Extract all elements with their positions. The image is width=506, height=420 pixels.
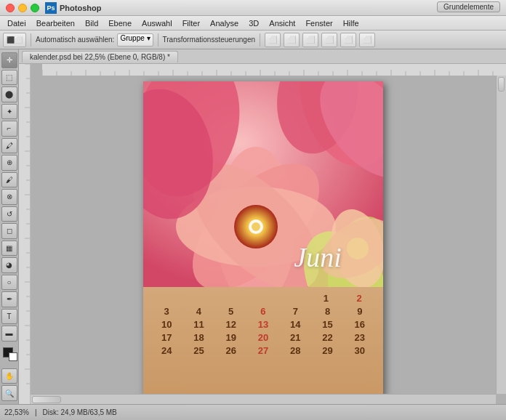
app-icon: Ps [45, 2, 57, 14]
menu-bar: Datei Bearbeiten Bild Ebene Auswahl Filt… [0, 16, 506, 31]
cal-day-13: 13 [252, 319, 274, 330]
scrollbar-bottom-thumb[interactable] [32, 396, 61, 403]
maximize-button[interactable] [31, 4, 39, 12]
menu-analyse[interactable]: Analyse [206, 17, 243, 29]
move-tool-options[interactable]: ⬛⬜ [3, 33, 26, 47]
menu-ebene[interactable]: Ebene [104, 17, 136, 29]
cal-empty: - [156, 293, 177, 304]
align-top-btn[interactable]: ⬜ [321, 33, 337, 47]
svg-rect-24 [42, 64, 506, 76]
group-label: Gruppe [120, 34, 144, 42]
cal-day-15: 15 [317, 319, 339, 330]
color-swatches[interactable] [1, 346, 17, 361]
canvas-area[interactable]: Juni - - - [31, 76, 506, 404]
cal-day-7: 7 [284, 306, 306, 317]
cal-empty: - [188, 293, 209, 304]
healing-tool[interactable]: ⊕ [1, 155, 17, 171]
dodge-tool[interactable]: ○ [1, 275, 17, 291]
traffic-lights [6, 4, 39, 12]
title-bar: Ps Photoshop Grundelemente [0, 0, 506, 16]
cal-day-2: 2 [348, 293, 370, 304]
svg-rect-0 [19, 64, 31, 398]
doc-tab-bar: kalender.psd bei 22,5% (Ebene 0, RGB/8) … [19, 49, 506, 64]
cal-day-6: 6 [252, 306, 274, 317]
cal-day-8: 8 [317, 306, 339, 317]
menu-bearbeiten[interactable]: Bearbeiten [32, 17, 79, 29]
shape-tool[interactable]: ▬ [1, 326, 17, 342]
cal-day-12: 12 [220, 319, 242, 330]
cal-day-25: 25 [188, 345, 209, 356]
toolbar-separator-2 [158, 33, 158, 47]
cal-day-28: 28 [284, 345, 306, 356]
magic-wand-tool[interactable]: ✦ [1, 104, 17, 120]
menu-ansicht[interactable]: Ansicht [265, 17, 300, 29]
toolbox: ✛ ⬚ ⬤ ✦ ⌐ 🖍 ⊕ 🖌 ⊗ ↺ ◻ ▦ ◕ ○ ✒ T ▬ ✋ 🔍 [0, 49, 19, 404]
cal-day-4: 4 [188, 306, 209, 317]
cal-day-24: 24 [156, 345, 177, 356]
status-sep: | [35, 408, 37, 416]
minimize-button[interactable] [18, 4, 27, 12]
scrollbar-bottom[interactable] [31, 394, 496, 404]
disk-usage: Disk: 24,9 MB/63,5 MB [43, 408, 117, 416]
cal-day-9: 9 [349, 306, 371, 317]
calendar-grid: - - - - - 1 2 3 [150, 293, 376, 360]
cal-day-16: 16 [349, 319, 371, 330]
marquee-tool[interactable]: ⬚ [1, 70, 17, 86]
menu-3d[interactable]: 3D [244, 17, 263, 29]
calendar-row-1: - - - - - 1 2 [150, 293, 376, 304]
cal-day-1: 1 [315, 293, 337, 304]
menu-bild[interactable]: Bild [81, 17, 103, 29]
cal-day-10: 10 [156, 319, 177, 330]
history-brush[interactable]: ↺ [1, 206, 17, 222]
cal-day-5: 5 [220, 306, 242, 317]
document-tab[interactable]: kalender.psd bei 22,5% (Ebene 0, RGB/8) … [22, 51, 178, 62]
pen-tool[interactable]: ✒ [1, 291, 17, 307]
menu-datei[interactable]: Datei [3, 17, 31, 29]
status-bar: 22,53% | Disk: 24,9 MB/63,5 MB [0, 404, 506, 420]
scrollbar-right[interactable] [496, 76, 506, 394]
zoom-level: 22,53% [4, 408, 29, 416]
auto-label: Automatisch auswählen: [36, 36, 114, 44]
menu-fenster[interactable]: Fenster [301, 17, 337, 29]
align-bottom-btn[interactable]: ⬜ [359, 33, 375, 47]
align-left-btn[interactable]: ⬜ [265, 33, 281, 47]
gradient-tool[interactable]: ▦ [1, 241, 17, 257]
menu-auswahl[interactable]: Auswahl [137, 17, 177, 29]
calendar-row-4: 17 18 19 20 21 22 23 [150, 332, 376, 343]
cal-day-17: 17 [156, 332, 177, 343]
calendar-row-5: 24 25 26 27 28 29 30 [150, 345, 376, 356]
menu-filter[interactable]: Filter [178, 17, 204, 29]
lasso-tool[interactable]: ⬤ [1, 86, 17, 102]
cal-day-11: 11 [188, 319, 209, 330]
align-middle-btn[interactable]: ⬜ [340, 33, 356, 47]
menu-hilfe[interactable]: Hilfe [339, 17, 364, 29]
flower-image: Juni [143, 81, 383, 287]
clone-tool[interactable]: ⊗ [1, 189, 17, 205]
crop-tool[interactable]: ⌐ [1, 121, 17, 137]
hand-tool[interactable]: ✋ [1, 368, 17, 384]
transform-label: Transformationssteuerungen [163, 36, 255, 44]
scrollbar-right-thumb[interactable] [498, 77, 505, 92]
eraser-tool[interactable]: ◻ [1, 223, 17, 239]
eyedropper-tool[interactable]: 🖍 [1, 138, 17, 154]
canvas-region: kalender.psd bei 22,5% (Ebene 0, RGB/8) … [19, 49, 506, 404]
grundelemente-button[interactable]: Grundelemente [437, 1, 500, 12]
close-button[interactable] [6, 4, 15, 12]
text-tool[interactable]: T [1, 309, 17, 325]
background-color[interactable] [9, 352, 17, 361]
cal-day-14: 14 [284, 319, 306, 330]
zoom-tool[interactable]: 🔍 [1, 385, 17, 401]
brush-tool[interactable]: 🖌 [1, 172, 17, 188]
align-center-btn[interactable]: ⬜ [284, 33, 300, 47]
cal-day-18: 18 [188, 332, 209, 343]
calendar-row-3: 10 11 12 13 14 15 16 [150, 319, 376, 330]
group-dropdown[interactable]: Gruppe ▾ [117, 33, 153, 47]
cal-day-22: 22 [317, 332, 339, 343]
blur-tool[interactable]: ◕ [1, 257, 17, 273]
toolbar-separator-3 [260, 33, 260, 47]
move-tool[interactable]: ✛ [1, 52, 17, 68]
app-title: Photoshop [60, 4, 101, 12]
align-right-btn[interactable]: ⬜ [302, 33, 318, 47]
calendar-document: Juni - - - [143, 81, 383, 397]
cal-day-30: 30 [349, 345, 371, 356]
